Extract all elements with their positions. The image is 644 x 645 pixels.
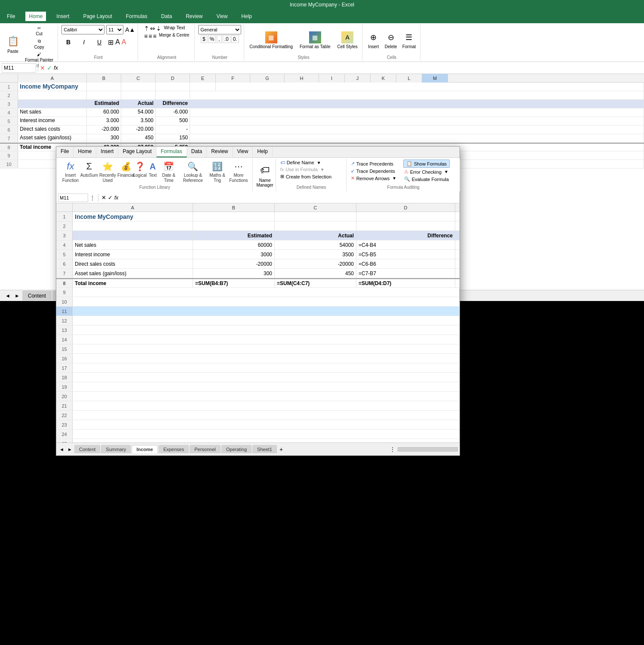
copy-button[interactable]: ⧉ Copy <box>23 38 55 50</box>
decrease-decimal-icon[interactable]: 0. <box>231 35 239 43</box>
cell-b7[interactable]: 300 <box>87 134 121 142</box>
cell-d2[interactable] <box>156 91 190 99</box>
format-button[interactable]: ☰ Format <box>401 31 418 50</box>
fg-cell-ref-box[interactable] <box>58 194 88 202</box>
tab-navigate-next[interactable]: ► <box>13 292 21 300</box>
fg-cancel-icon[interactable]: ✕ <box>101 194 106 201</box>
fg-cell-c1[interactable] <box>275 212 356 221</box>
fg-insert-fn-icon[interactable]: fx <box>114 195 118 201</box>
error-checking-button[interactable]: ⚠ Error Checking ▼ <box>403 169 450 175</box>
enter-formula-icon[interactable]: ✓ <box>47 64 52 71</box>
font-name-select[interactable]: Calibri <box>61 25 104 34</box>
fg-tab-review[interactable]: Review <box>207 147 233 157</box>
text-button[interactable]: A Text <box>147 160 159 179</box>
insert-button[interactable]: ⊕ Insert <box>366 31 381 50</box>
cell-c3[interactable]: Actual <box>121 100 156 108</box>
fg-tab-view[interactable]: View <box>233 147 253 157</box>
cell-c1[interactable] <box>121 83 156 91</box>
fg-cell-d1[interactable] <box>356 212 455 221</box>
fg-cell-b7[interactable]: 300 <box>193 269 275 278</box>
fg-sheet-sheet1[interactable]: Sheet1 <box>252 445 277 453</box>
fg-cell-d4[interactable]: =C4-B4 <box>356 240 455 249</box>
cell-a4[interactable]: Net sales <box>18 108 87 117</box>
cell-b4[interactable]: 60.000 <box>87 108 121 117</box>
fg-cell-a5[interactable]: Interest income <box>73 250 193 259</box>
fg-cell-b6[interactable]: -20000 <box>193 259 275 268</box>
cell-rest-3[interactable] <box>190 100 644 108</box>
cell-d1[interactable] <box>156 83 190 91</box>
cell-b2[interactable] <box>87 91 121 99</box>
tab-navigate-prev[interactable]: ◄ <box>3 292 12 300</box>
fg-tab-formulas[interactable]: Formulas <box>156 147 187 157</box>
cell-e1[interactable] <box>190 83 216 91</box>
cell-a3[interactable] <box>18 100 87 108</box>
tab-home[interactable]: Home <box>25 12 46 21</box>
align-bottom-icon[interactable]: ⇣ <box>156 25 161 32</box>
font-size-select[interactable]: 11 <box>106 25 123 34</box>
fg-nav-prev[interactable]: ◄ <box>58 446 65 453</box>
cell-rest-2[interactable] <box>190 91 644 99</box>
fg-sheet-expenses[interactable]: Expenses <box>159 445 189 453</box>
cell-d7[interactable]: 150 <box>156 134 190 142</box>
comma-icon[interactable]: , <box>217 35 221 43</box>
cell-c7[interactable]: 450 <box>121 134 156 142</box>
formula-input[interactable] <box>60 63 642 73</box>
cell-rest-4[interactable] <box>190 108 644 117</box>
cell-a7[interactable]: Asset sales (gain/loss) <box>18 134 87 142</box>
fg-cell-c4[interactable]: 54000 <box>275 240 356 249</box>
autosum-button[interactable]: Σ AutoSum <box>82 160 96 179</box>
cell-c6[interactable]: -20.000 <box>121 126 156 134</box>
tab-view[interactable]: View <box>213 12 231 21</box>
fg-tab-data[interactable]: Data <box>187 147 207 157</box>
fg-cell-d6[interactable]: =C6-B6 <box>356 259 455 268</box>
fg-cell-a1[interactable]: Income MyCompany <box>73 212 193 221</box>
increase-decimal-icon[interactable]: .0 <box>223 35 230 43</box>
cell-rest-7[interactable] <box>190 134 644 142</box>
wrap-text-icon[interactable]: Wrap Text <box>164 25 185 32</box>
fg-cell-c7[interactable]: 450 <box>275 269 356 278</box>
fg-cell-a4[interactable]: Net sales <box>73 240 193 249</box>
evaluate-formula-button[interactable]: 🔍 Evaluate Formula <box>403 176 450 182</box>
underline-button[interactable]: U <box>92 38 106 46</box>
fg-tab-home[interactable]: Home <box>74 147 96 157</box>
trace-precedents-button[interactable]: ↗ Trace Precedents <box>350 160 402 167</box>
fg-cell-b2[interactable] <box>193 221 275 230</box>
cell-a2[interactable] <box>18 91 87 99</box>
tab-page-layout[interactable]: Page Layout <box>80 12 115 21</box>
cell-c5[interactable]: 3.500 <box>121 117 156 125</box>
tab-data[interactable]: Data <box>158 12 175 21</box>
use-formula-dropdown-icon[interactable]: ▼ <box>320 167 325 172</box>
sheet-tab-content[interactable]: Content <box>22 291 52 301</box>
name-manager-button[interactable]: 🏷 Name Manager <box>255 159 276 191</box>
fg-sheet-personnel[interactable]: Personnel <box>190 445 221 453</box>
cell-b5[interactable]: 3.000 <box>87 117 121 125</box>
insert-function-button[interactable]: fx Insert Function <box>60 160 81 184</box>
show-formulas-button[interactable]: 📋 Show Formulas <box>403 160 450 168</box>
fg-cell-c2[interactable] <box>275 221 356 230</box>
font-color-icon[interactable]: A <box>122 38 126 46</box>
align-top-icon[interactable]: ⇡ <box>144 25 149 32</box>
fg-cell-b8[interactable]: =SUM(B4:B7) <box>193 279 275 287</box>
fg-cell-a7[interactable]: Asset sales (gain/loss) <box>73 269 193 278</box>
fg-tab-insert[interactable]: Insert <box>96 147 118 157</box>
tab-file[interactable]: File <box>3 12 18 21</box>
error-dropdown-icon[interactable]: ▼ <box>444 169 448 174</box>
cell-rest-6[interactable] <box>190 126 644 134</box>
fg-cell-c8[interactable]: =SUM(C4:C7) <box>275 279 356 287</box>
tab-formulas[interactable]: Formulas <box>123 12 151 21</box>
cell-b6[interactable]: -20.000 <box>87 126 121 134</box>
conditional-formatting-button[interactable]: ▦ Conditional Formatting <box>248 31 294 50</box>
format-as-table-button[interactable]: ▦ Format as Table <box>298 31 332 50</box>
more-functions-button[interactable]: ⋯ More Functions <box>227 160 250 184</box>
cell-rest-1[interactable] <box>216 83 644 91</box>
define-name-dropdown-icon[interactable]: ▼ <box>317 160 321 165</box>
fill-color-icon[interactable]: A <box>115 38 120 46</box>
fg-nav-next[interactable]: ► <box>66 446 74 453</box>
align-right-icon[interactable]: ≡ <box>153 33 156 40</box>
remove-arrows-dropdown[interactable]: ▼ <box>392 176 396 181</box>
align-middle-icon[interactable]: ⇔ <box>150 25 155 32</box>
fg-add-sheet-icon[interactable]: + <box>278 445 285 454</box>
tab-help[interactable]: Help <box>238 12 255 21</box>
border-icon[interactable]: ⊞ <box>108 38 113 46</box>
bold-button[interactable]: B <box>61 38 75 46</box>
